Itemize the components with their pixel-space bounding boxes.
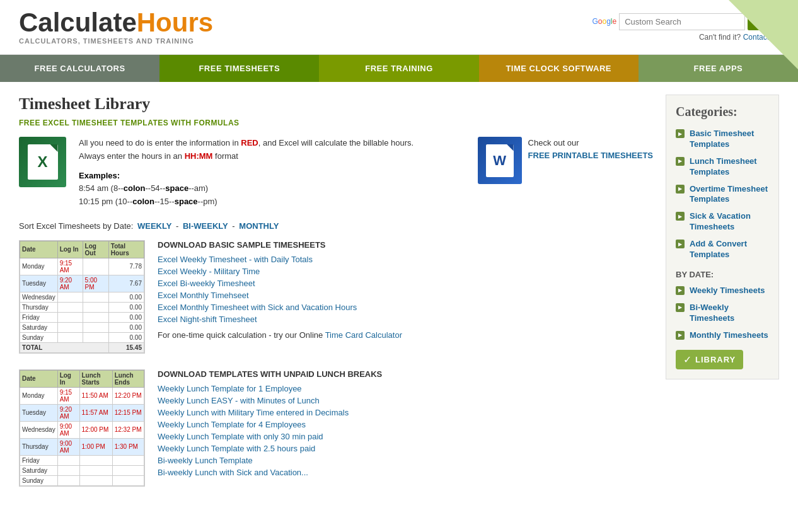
download-lunch-links: Weekly Lunch Template for 1 Employee Wee…: [158, 384, 653, 477]
table-row: Tuesday 9:20 AM 5:00 PM 7.67: [20, 275, 144, 292]
word-icon: W: [478, 137, 522, 184]
day-wednesday: Wednesday: [20, 292, 58, 302]
sidebar-link-sick-vacation[interactable]: Sick & Vacation Timesheets: [690, 211, 769, 233]
day-friday: Friday: [20, 312, 58, 322]
time-card-text: For one-time quick calculation - try our…: [158, 330, 653, 340]
sidebar-link-basic[interactable]: Basic Timesheet Templates: [690, 129, 769, 150]
link-excel-nightshift[interactable]: Excel Night-shift Timesheet: [158, 315, 257, 324]
timesheet-preview-2: Date Log In Lunch Starts Lunch Ends Mond…: [19, 369, 145, 487]
nav-free-training[interactable]: FREE TRAINING: [319, 55, 478, 82]
timesheet-preview-1: Date Log In Log Out Total Hours Monday 9…: [19, 240, 145, 354]
sidebar-link-biweekly[interactable]: Bi-Weekly Timesheets: [690, 303, 769, 324]
sort-weekly-link[interactable]: WEEKLY: [137, 221, 171, 231]
link-weekly-lunch-2.5[interactable]: Weekly Lunch Template with 2.5 hours pai…: [158, 444, 315, 453]
library-button[interactable]: ✓ LIBRARY: [676, 350, 743, 369]
link-biweekly-lunch[interactable]: Bi-weekly Lunch Template: [158, 456, 253, 465]
table-row: Wednesday0.00: [20, 292, 144, 302]
logo[interactable]: CalculateHours: [19, 9, 213, 36]
excel-x-label: X: [37, 153, 47, 171]
table-row: Saturday: [20, 465, 144, 475]
link-biweekly-lunch-sick[interactable]: Bi-weekly Lunch with Sick and Vacation..…: [158, 468, 308, 477]
day-thursday: Thursday: [20, 302, 58, 312]
day-friday: Friday: [20, 455, 58, 465]
sort-dash-1: -: [176, 221, 181, 231]
arrow-icon: [676, 129, 685, 138]
sidebar-item-lunch[interactable]: Lunch Timesheet Templates: [676, 156, 769, 178]
sort-biweekly-link[interactable]: BI-WEEKLY: [183, 221, 228, 231]
link-weekly-lunch-1[interactable]: Weekly Lunch Template for 1 Employee: [158, 384, 302, 393]
lunch-start: 12:00 PM: [79, 421, 112, 438]
link-weekly-lunch-30min[interactable]: Weekly Lunch Template with only 30 min p…: [158, 432, 323, 441]
list-item: Weekly Lunch EASY - with Minutes of Lunc…: [158, 396, 653, 405]
table-row: Thursday 9:00 AM 1:00 PM 1:30 PM: [20, 438, 144, 455]
list-item: Excel Monthly Timesheet with Sick and Va…: [158, 303, 653, 312]
link-weekly-lunch-military[interactable]: Weekly Lunch with Military Time entered …: [158, 408, 349, 417]
nav-free-calculators[interactable]: FREE CALCULATORS: [0, 55, 159, 82]
excel-icon: X: [19, 137, 66, 187]
day-sunday: Sunday: [20, 475, 58, 485]
time-card-label: For one-time quick calculation - try our…: [158, 330, 325, 340]
list-item: Weekly Lunch Template with only 30 min p…: [158, 432, 653, 441]
link-excel-biweekly[interactable]: Excel Bi-weekly Timesheet: [158, 279, 255, 288]
day-saturday: Saturday: [20, 322, 58, 332]
sidebar-item-weekly[interactable]: Weekly Timesheets: [676, 286, 769, 296]
day-monday: Monday: [20, 387, 58, 404]
link-excel-weekly-daily[interactable]: Excel Weekly Timesheet - with Daily Tota…: [158, 255, 313, 264]
link-excel-weekly-military[interactable]: Excel Weekly - Military Time: [158, 267, 260, 276]
download-lunch-title: DOWNLOAD TEMPLATES WITH UNPAID LUNCH BRE…: [158, 369, 653, 379]
logo-subtitle: CALCULATORS, TIMESHEETS AND TRAINING: [19, 37, 213, 45]
sidebar-item-biweekly[interactable]: Bi-Weekly Timesheets: [676, 303, 769, 324]
time-card-link[interactable]: Time Card Calculator: [325, 330, 402, 340]
logout-monday: [83, 258, 108, 275]
table-row: Tuesday 9:20 AM 11:57 AM 12:15 PM: [20, 404, 144, 421]
list-item: Weekly Lunch with Military Time entered …: [158, 408, 653, 417]
login: 9:20 AM: [57, 404, 79, 421]
sidebar-link-monthly[interactable]: Monthly Timesheets: [690, 330, 768, 341]
link-excel-monthly-sick[interactable]: Excel Monthly Timesheet with Sick and Va…: [158, 303, 357, 312]
sidebar-item-add-convert[interactable]: Add & Convert Templates: [676, 239, 769, 260]
sidebar-link-weekly[interactable]: Weekly Timesheets: [690, 286, 765, 296]
download-lunch-list: DOWNLOAD TEMPLATES WITH UNPAID LUNCH BRE…: [158, 369, 653, 480]
table-row: Friday0.00: [20, 312, 144, 322]
example-label: Examples:: [79, 170, 413, 183]
sort-monthly-link[interactable]: MONTHLY: [239, 221, 279, 231]
arrow-icon: [676, 331, 685, 340]
list-item: Excel Bi-weekly Timesheet: [158, 279, 653, 288]
sidebar-item-overtime[interactable]: Overtime Timesheet Templates: [676, 184, 769, 205]
col-date: Date: [20, 370, 58, 387]
list-item: Excel Weekly Timesheet - with Daily Tota…: [158, 255, 653, 264]
preview-table-1: Date Log In Log Out Total Hours Monday 9…: [20, 241, 144, 353]
nav-time-clock[interactable]: TIME CLOCK SOFTWARE: [479, 55, 639, 82]
day-wednesday: Wednesday: [20, 421, 58, 438]
sidebar-item-monthly[interactable]: Monthly Timesheets: [676, 330, 769, 341]
free-printable-link[interactable]: FREE PRINTABLE TIMESHEETS: [528, 151, 653, 160]
sidebar-item-sick-vacation[interactable]: Sick & Vacation Timesheets: [676, 211, 769, 233]
word-w-label: W: [493, 153, 506, 169]
list-item: Weekly Lunch Template with 2.5 hours pai…: [158, 444, 653, 453]
lunch-end: 12:15 PM: [112, 404, 144, 421]
sidebar-item-basic[interactable]: Basic Timesheet Templates: [676, 129, 769, 150]
table-row: Sunday: [20, 475, 144, 485]
example-2: 10:15 pm (10--colon--15--space--pm): [79, 195, 413, 209]
navigation: FREE CALCULATORS FREE TIMESHEETS FREE TR…: [0, 55, 798, 82]
link-weekly-lunch-4emp[interactable]: Weekly Lunch Template for 4 Employees: [158, 420, 306, 429]
table-header-row: Date Log In Log Out Total Hours: [20, 241, 144, 258]
check-out-text: Check out our: [528, 137, 653, 149]
list-item: Bi-weekly Lunch Template: [158, 456, 653, 465]
table-row: Saturday0.00: [20, 322, 144, 332]
day-sunday: Sunday: [20, 332, 58, 342]
search-input[interactable]: [619, 13, 745, 30]
nav-free-timesheets[interactable]: FREE TIMESHEETS: [159, 55, 319, 82]
logo-area: CalculateHours CALCULATORS, TIMESHEETS A…: [19, 9, 213, 45]
table-header-row: Date Log In Lunch Starts Lunch Ends: [20, 370, 144, 387]
word-text: Check out our FREE PRINTABLE TIMESHEETS: [528, 137, 653, 161]
link-excel-monthly[interactable]: Excel Monthly Timehseet: [158, 291, 249, 300]
sidebar-link-lunch[interactable]: Lunch Timesheet Templates: [690, 156, 769, 178]
download-basic-list: DOWNLOAD BASIC SAMPLE TIMESHEETS Excel W…: [158, 240, 653, 340]
intro-paragraph: All you need to do is enter the informat…: [79, 137, 413, 163]
sidebar-link-overtime[interactable]: Overtime Timesheet Templates: [690, 184, 769, 205]
col-date: Date: [20, 241, 58, 258]
list-item: Weekly Lunch Template for 1 Employee: [158, 384, 653, 393]
sidebar-link-add-convert[interactable]: Add & Convert Templates: [690, 239, 769, 260]
link-weekly-lunch-easy[interactable]: Weekly Lunch EASY - with Minutes of Lunc…: [158, 396, 320, 405]
